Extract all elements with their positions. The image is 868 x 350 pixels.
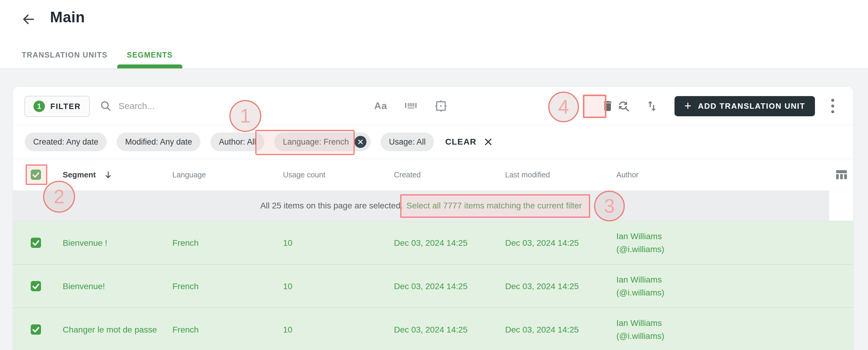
checkmark-icon bbox=[31, 281, 41, 291]
find-replace-button[interactable] bbox=[617, 87, 630, 125]
last-modified-cell: Dec 03, 2024 14:25 bbox=[505, 280, 579, 292]
sort-desc-icon bbox=[104, 170, 113, 179]
usage-count-cell: 10 bbox=[283, 236, 292, 249]
author-cell: Ian Williams (@i.williams) bbox=[616, 230, 664, 256]
chip-remove-button[interactable] bbox=[354, 136, 367, 148]
row-checkbox[interactable] bbox=[31, 281, 41, 291]
row-checkbox[interactable] bbox=[31, 237, 41, 248]
author-name: Ian Williams bbox=[616, 317, 664, 329]
annotation-circle-1: 1 bbox=[229, 100, 261, 132]
segment-cell: Bienvenue! bbox=[63, 280, 105, 292]
clear-filters-button[interactable]: CLEAR bbox=[445, 137, 493, 147]
annotation-circle-4: 4 bbox=[548, 92, 579, 122]
segments-panel: 1 FILTER Aa bbox=[13, 87, 854, 350]
column-header-created[interactable]: Created bbox=[394, 170, 421, 179]
author-name: Ian Williams bbox=[616, 273, 664, 286]
usage-count-cell: 10 bbox=[283, 323, 292, 336]
active-filters-bar: Created: Any date Modified: Any date Aut… bbox=[13, 125, 853, 159]
find-replace-icon bbox=[617, 99, 630, 113]
author-cell: Ian Williams (@i.williams) bbox=[616, 317, 664, 343]
column-header-language[interactable]: Language bbox=[173, 170, 206, 179]
segment-cell: Changer le mot de passe bbox=[63, 323, 162, 336]
filter-chip-usage[interactable]: Usage: All bbox=[381, 132, 434, 151]
search-input[interactable] bbox=[119, 101, 215, 111]
toolbar: 1 FILTER Aa bbox=[13, 87, 853, 125]
whole-word-icon bbox=[404, 99, 418, 113]
sort-arrows-icon bbox=[645, 99, 658, 113]
annotation-box-language-chip bbox=[255, 130, 355, 155]
plus-icon: + bbox=[684, 100, 691, 112]
more-options-button[interactable] bbox=[826, 87, 839, 125]
language-cell: French bbox=[173, 323, 198, 336]
last-modified-cell: Dec 03, 2024 14:25 bbox=[505, 323, 579, 336]
columns-icon bbox=[835, 168, 848, 182]
table-row[interactable]: Changer le mot de passe French 10 Dec 03… bbox=[13, 308, 853, 350]
annotation-box-select-all-checkbox bbox=[26, 164, 47, 185]
search-box bbox=[100, 87, 215, 125]
filter-chip-created[interactable]: Created: Any date bbox=[25, 132, 107, 151]
filter-chip-modified[interactable]: Modified: Any date bbox=[117, 132, 200, 151]
checkmark-icon bbox=[31, 237, 41, 248]
kebab-icon bbox=[831, 99, 834, 102]
tab-segments[interactable]: SEGMENTS bbox=[117, 45, 182, 69]
table-row[interactable]: Bienvenue ! French 10 Dec 03, 2024 14:25… bbox=[13, 221, 853, 264]
match-case-icon: Aa bbox=[374, 100, 387, 112]
tab-translation-units[interactable]: TRANSLATION UNITS bbox=[12, 45, 117, 69]
arrow-left-icon bbox=[22, 12, 35, 26]
last-modified-cell: Dec 03, 2024 14:25 bbox=[505, 236, 579, 249]
author-cell: Ian Williams (@i.williams) bbox=[616, 273, 664, 299]
search-icon bbox=[100, 100, 112, 112]
annotation-box-select-all-link bbox=[400, 194, 590, 218]
language-cell: French bbox=[173, 280, 198, 292]
page-title: Main bbox=[50, 8, 85, 26]
annotation-box-delete-button bbox=[583, 95, 607, 118]
annotation-circle-3: 3 bbox=[594, 191, 625, 221]
filter-button[interactable]: 1 FILTER bbox=[24, 96, 90, 117]
search-mode-toggles: Aa bbox=[373, 87, 448, 125]
created-cell: Dec 03, 2024 14:25 bbox=[394, 280, 467, 292]
selection-banner-text: All 25 items on this page are selected. bbox=[260, 201, 403, 211]
sort-button[interactable] bbox=[645, 87, 658, 125]
column-header-usage-count[interactable]: Usage count bbox=[283, 170, 325, 179]
author-handle: (@i.williams) bbox=[616, 329, 664, 343]
column-header-segment[interactable]: Segment bbox=[63, 170, 113, 180]
table-row[interactable]: Bienvenue! French 10 Dec 03, 2024 14:25 … bbox=[13, 264, 853, 308]
table-header-row: Segment Language Usage count Created Las… bbox=[13, 159, 853, 190]
back-button[interactable] bbox=[20, 11, 37, 28]
whole-word-toggle[interactable] bbox=[404, 99, 418, 113]
author-handle: (@i.williams) bbox=[616, 286, 664, 299]
column-settings-button[interactable] bbox=[835, 168, 848, 182]
close-icon bbox=[484, 137, 493, 147]
created-cell: Dec 03, 2024 14:25 bbox=[394, 323, 467, 336]
column-header-author[interactable]: Author bbox=[616, 170, 639, 179]
created-cell: Dec 03, 2024 14:25 bbox=[394, 236, 467, 249]
segment-cell: Bienvenue ! bbox=[63, 236, 107, 249]
exact-match-toggle[interactable] bbox=[434, 99, 448, 113]
language-cell: French bbox=[173, 236, 198, 249]
checkmark-icon bbox=[31, 324, 41, 335]
row-checkbox[interactable] bbox=[31, 324, 41, 335]
author-name: Ian Williams bbox=[616, 230, 664, 243]
column-header-last-modified[interactable]: Last modified bbox=[505, 170, 550, 179]
filter-count-badge: 1 bbox=[33, 101, 45, 112]
selection-frame-icon bbox=[434, 99, 448, 113]
tab-bar: TRANSLATION UNITS SEGMENTS bbox=[12, 45, 182, 69]
close-icon bbox=[358, 139, 363, 145]
match-case-toggle[interactable]: Aa bbox=[373, 99, 388, 113]
add-translation-unit-button[interactable]: + ADD TRANSLATION UNIT bbox=[675, 96, 815, 116]
author-handle: (@i.williams) bbox=[616, 243, 664, 256]
annotation-circle-2: 2 bbox=[43, 181, 75, 213]
usage-count-cell: 10 bbox=[283, 280, 292, 292]
